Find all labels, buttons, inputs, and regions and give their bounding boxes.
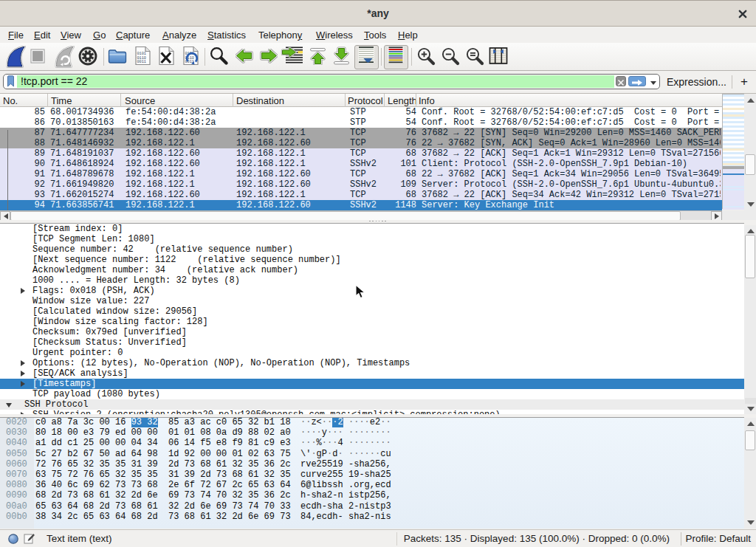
svg-text:0011: 0011 xyxy=(137,60,146,64)
